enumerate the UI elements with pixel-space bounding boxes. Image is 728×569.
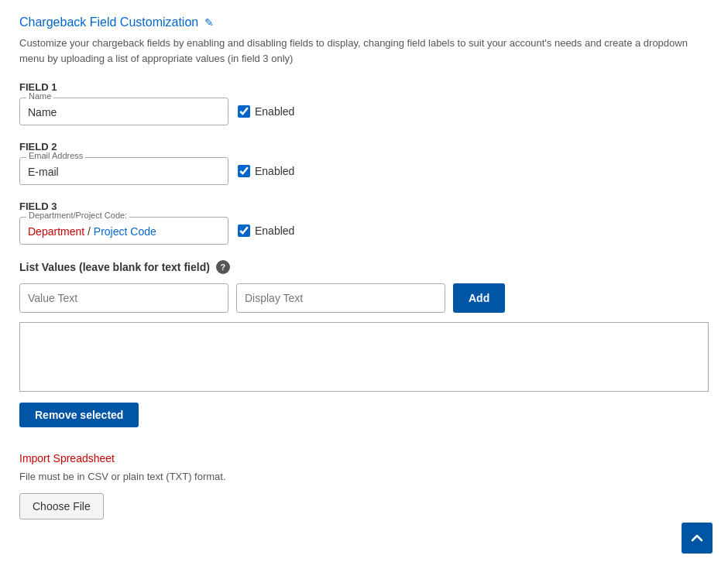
- add-row: Add: [19, 283, 709, 313]
- arrow-up-icon: [690, 531, 704, 545]
- field3-input-group: Department/Project Code: Department / Pr…: [19, 217, 228, 245]
- page-subtitle: Customize your chargeback fields by enab…: [19, 36, 709, 66]
- remove-selected-button[interactable]: Remove selected: [19, 403, 139, 427]
- field1-group-label: Name: [26, 91, 53, 101]
- add-button[interactable]: Add: [453, 283, 505, 313]
- field1-section: FIELD 1 Name Name Enabled: [19, 81, 709, 125]
- field2-enabled-label: Enabled: [255, 165, 294, 177]
- field3-section: FIELD 3 Department/Project Code: Departm…: [19, 201, 709, 245]
- field3-value: Department / Project Code: [28, 222, 220, 238]
- field2-section: FIELD 2 Email Address E-mail Enabled: [19, 141, 709, 185]
- help-icon[interactable]: ?: [216, 260, 230, 274]
- field2-row: Email Address E-mail Enabled: [19, 157, 709, 185]
- value-text-input[interactable]: [19, 283, 228, 313]
- field1-enabled-checkbox[interactable]: [238, 105, 250, 118]
- file-format-note: File must be in CSV or plain text (TXT) …: [19, 471, 709, 482]
- page-title: Chargeback Field Customization: [19, 15, 198, 29]
- page-title-row: Chargeback Field Customization ✎: [19, 15, 709, 29]
- field3-enabled-checkbox[interactable]: [238, 225, 250, 237]
- field1-row: Name Name Enabled: [19, 98, 709, 125]
- edit-icon[interactable]: ✎: [204, 16, 214, 29]
- field3-row: Department/Project Code: Department / Pr…: [19, 217, 709, 245]
- field2-value: E-mail: [28, 163, 220, 178]
- field2-enabled-row: Enabled: [238, 165, 294, 177]
- display-text-input[interactable]: [236, 283, 445, 313]
- field2-input-group: Email Address E-mail: [19, 157, 228, 185]
- import-spreadsheet-link[interactable]: Import Spreadsheet: [19, 452, 709, 464]
- field1-enabled-row: Enabled: [238, 105, 294, 118]
- field1-input-group: Name Name: [19, 98, 228, 125]
- field1-value: Name: [28, 103, 220, 118]
- list-values-box[interactable]: [19, 322, 709, 392]
- list-values-title-row: List Values (leave blank for text field)…: [19, 260, 709, 274]
- field3-enabled-row: Enabled: [238, 225, 294, 237]
- field2-enabled-checkbox[interactable]: [238, 165, 250, 177]
- field2-group-label: Email Address: [26, 151, 85, 160]
- scroll-to-top-button[interactable]: [682, 523, 713, 554]
- field3-group-label: Department/Project Code:: [26, 211, 129, 220]
- field3-enabled-label: Enabled: [255, 225, 294, 237]
- list-values-title: List Values (leave blank for text field): [19, 261, 210, 273]
- choose-file-button[interactable]: Choose File: [19, 493, 104, 519]
- field2-label: FIELD 2: [19, 141, 709, 153]
- list-values-section: List Values (leave blank for text field)…: [19, 260, 709, 440]
- field1-label: FIELD 1: [19, 81, 709, 93]
- field1-enabled-label: Enabled: [255, 105, 294, 118]
